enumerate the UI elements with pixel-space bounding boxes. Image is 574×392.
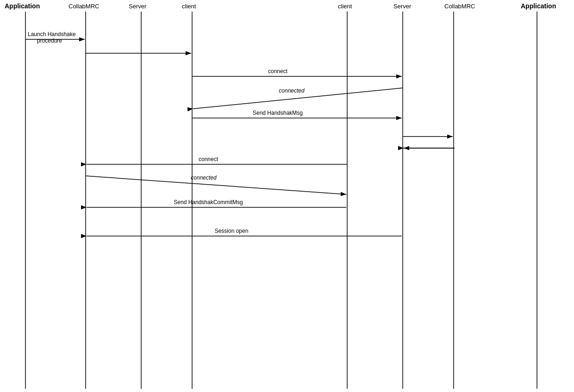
participant-client-right-label: client xyxy=(338,3,352,10)
msg-connect-1-label: connect xyxy=(268,68,288,75)
participant-server-right-label: Server xyxy=(393,3,412,10)
diagram-container: Application CollabMRC Server client clie… xyxy=(0,0,574,392)
sequence-diagram: Application CollabMRC Server client clie… xyxy=(0,0,574,392)
msg-send-handshak-commit-label: Send HandshakCommitMsg xyxy=(174,199,243,205)
participant-app-right-label: Application xyxy=(521,2,556,10)
msg-connected-2-label: connected xyxy=(191,174,217,181)
msg-session-open-label: Session open xyxy=(215,228,249,234)
msg-connect-2-label: connect xyxy=(199,156,218,162)
msg-connected-1-label: connected xyxy=(279,87,305,94)
msg-send-handshak-msg-label: Send HandshakMsg xyxy=(253,110,303,116)
participant-collab-right-label: CollabMRC xyxy=(444,3,475,10)
participant-collab-left-label: CollabMRC xyxy=(69,3,99,10)
msg-launch-handshake-label: Launch Handshake xyxy=(28,31,76,37)
participant-server-left-label: Server xyxy=(129,3,147,10)
msg-launch-handshake-label2: procedure xyxy=(37,37,62,44)
participant-app-left-label: Application xyxy=(5,2,40,10)
participant-client-left-label: client xyxy=(182,3,196,10)
